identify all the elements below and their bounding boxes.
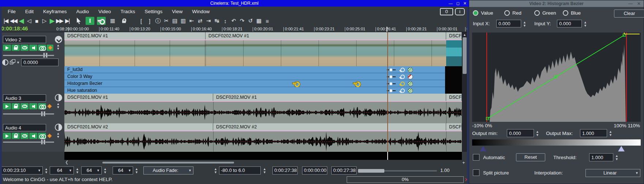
amplitude-zoom-select[interactable]: 64▼ <box>81 166 102 174</box>
preferences-button[interactable]: ≡ <box>264 18 270 24</box>
duration-zoom-select[interactable]: 0:00:23:10▼ <box>1 166 43 174</box>
label-next-button[interactable]: ⇥ <box>206 18 211 24</box>
redo-button[interactable]: ↷ <box>239 18 245 24</box>
frame-rewind-button[interactable]: |◀ <box>2 16 10 25</box>
menu-settings[interactable]: Settings <box>140 7 167 16</box>
channel-radio-red[interactable]: Red <box>504 10 521 16</box>
effect-magnifier-icon[interactable] <box>399 68 404 72</box>
track-title-video2[interactable] <box>3 36 46 43</box>
output-max-spinner[interactable]: ▲▼ <box>608 129 613 137</box>
horizontal-scrollbar[interactable]: ❮ + <box>0 160 469 165</box>
effect-enable-toggle[interactable] <box>408 88 413 93</box>
effect-magnifier-icon[interactable] <box>399 89 404 93</box>
effect-magnifier-icon[interactable] <box>399 82 404 86</box>
automation-range-field[interactable]: -80.0 to 6.0 <box>219 166 261 174</box>
effect-enable-toggle[interactable] <box>408 67 413 72</box>
effect-preset-slider[interactable] <box>387 68 396 72</box>
audio4-clip-label[interactable]: DSCF <box>446 123 462 131</box>
out-point-button[interactable]: ] <box>147 18 152 24</box>
stack-caret-icon[interactable]: ▼ <box>16 61 20 64</box>
close-icon[interactable]: ✕ <box>463 0 467 7</box>
input-y-field[interactable] <box>557 20 582 27</box>
video-thumbnails[interactable] <box>206 40 446 66</box>
audio3-waveform-area[interactable] <box>64 102 462 123</box>
duration-zoom-spinner[interactable]: ▲▼ <box>44 166 49 174</box>
automatic-checkbox[interactable] <box>473 154 479 161</box>
split-picture-checkbox[interactable] <box>473 169 479 176</box>
fade-slider-audio3[interactable] <box>3 113 54 114</box>
playhead-caret[interactable] <box>387 27 387 32</box>
slow-reverse-button[interactable]: ◁ <box>25 16 33 25</box>
output-min-spinner[interactable]: ▲▼ <box>535 129 540 137</box>
ibeam-tool-button[interactable]: I <box>86 17 94 25</box>
copy-button[interactable]: ▤ <box>172 18 178 24</box>
video-thumbnails[interactable] <box>446 40 462 66</box>
fader-value-video2[interactable] <box>21 59 59 66</box>
draw-toggle-audio4[interactable] <box>29 133 37 139</box>
reset-button[interactable]: Reset <box>516 153 545 161</box>
track-expand-audio4[interactable] <box>55 124 62 131</box>
maximize-icon[interactable]: ◻ <box>456 0 460 7</box>
audio3-clip-label[interactable]: DSCF0202.MOV #1 <box>213 94 446 101</box>
histogram-window-titlebar[interactable]: Video 2: Histogram Bezier <box>469 0 644 7</box>
scroll-up-icon[interactable]: ▲ <box>462 33 467 37</box>
menu-edit[interactable]: Edit <box>20 7 38 16</box>
playhead-line[interactable] <box>387 32 388 152</box>
stop-button[interactable]: ■ <box>33 16 40 25</box>
threshold-spinner[interactable]: ▲▼ <box>614 153 619 161</box>
video-clip-label[interactable]: DSCF0201.MOV #1 <box>64 32 206 40</box>
track-title-audio4[interactable] <box>3 124 46 131</box>
track-height-audio3[interactable]: ▲▼ <box>55 102 61 109</box>
mute-toggle-audio3[interactable] <box>38 103 46 109</box>
channel-radio-blue[interactable]: Blue <box>563 10 581 16</box>
gang-toggle-video2[interactable] <box>20 45 29 51</box>
effect-preset-slider[interactable] <box>387 89 396 93</box>
arm-toggle-audio4[interactable] <box>12 133 20 139</box>
timeline-canvas[interactable]: DSCF0201.MOV #1DSCF0202.MOV #1DSCF F_lut… <box>64 32 462 152</box>
menu-window[interactable]: Window <box>187 7 214 16</box>
clip-info-button[interactable]: ⓘ <box>155 18 161 25</box>
fast-reverse-button[interactable]: ◀◀ <box>10 16 17 25</box>
video-clip-label[interactable]: DSCF0202.MOV #1 <box>206 32 446 40</box>
info-button[interactable]: i <box>455 8 465 15</box>
selection-length-field[interactable]: 0:00:00:00 <box>302 166 327 174</box>
video-thumbnails[interactable] <box>64 40 206 66</box>
play-reverse-button[interactable]: ◀ <box>17 16 25 25</box>
play-toggle-audio3[interactable] <box>3 103 11 109</box>
input-y-spinner[interactable]: ▲▼ <box>583 20 588 28</box>
close-icon[interactable]: ✕ <box>637 0 641 7</box>
insertion-strategy-button[interactable]: 0 <box>440 8 453 15</box>
output-min-field[interactable] <box>507 129 534 137</box>
slow-forward-button[interactable]: ▷ <box>40 16 48 25</box>
selection-end-field[interactable]: 0:00:27:38 <box>331 166 357 174</box>
undo-button[interactable]: ↶ <box>231 18 237 24</box>
channel-radio-value[interactable]: Value <box>473 10 493 16</box>
gang-slider-thumb[interactable] <box>358 169 384 173</box>
effect-enable-toggle[interactable] <box>408 81 413 86</box>
automation-range-spinner[interactable]: ▲▼ <box>213 166 218 174</box>
record-toggle-audio4[interactable] <box>47 134 52 138</box>
mute-toggle-audio4[interactable] <box>38 133 46 139</box>
main-titlebar[interactable]: Cinelerra: Test_HDR.xml — ◻ ✕ <box>0 0 469 7</box>
menu-audio[interactable]: Audio <box>72 7 94 16</box>
render-button[interactable]: ▦ <box>256 18 262 24</box>
vertical-scroll-thumb[interactable] <box>463 37 467 74</box>
effect-magnifier-icon[interactable] <box>399 75 404 79</box>
menu-video[interactable]: Video <box>94 7 116 16</box>
vertical-scrollbar[interactable]: ▲ <box>462 32 467 152</box>
arm-toggle-audio3[interactable] <box>12 103 20 109</box>
histogram-plot[interactable] <box>472 33 641 122</box>
timeline-ruler[interactable]: 0:08:200:00:10:000:00:11:400:00:13:200:0… <box>0 26 468 32</box>
cut-button[interactable]: ✂ <box>163 18 169 24</box>
horizontal-scroll-thumb[interactable] <box>102 162 234 164</box>
effect-preset-slider[interactable] <box>387 82 396 86</box>
clear-button[interactable]: Clear <box>614 10 644 18</box>
automation-type-button[interactable]: Audio Fade:▼ <box>143 166 193 174</box>
scroll-left-icon[interactable]: ❮ <box>65 160 68 165</box>
menu-view[interactable]: View <box>167 7 187 16</box>
menu-file[interactable]: File <box>3 7 20 16</box>
channel-radio-green[interactable]: Green <box>534 10 556 16</box>
track-expand-video2[interactable] <box>55 36 62 43</box>
record-toggle-audio3[interactable] <box>47 104 52 109</box>
record-toggle-video2[interactable] <box>47 45 53 51</box>
